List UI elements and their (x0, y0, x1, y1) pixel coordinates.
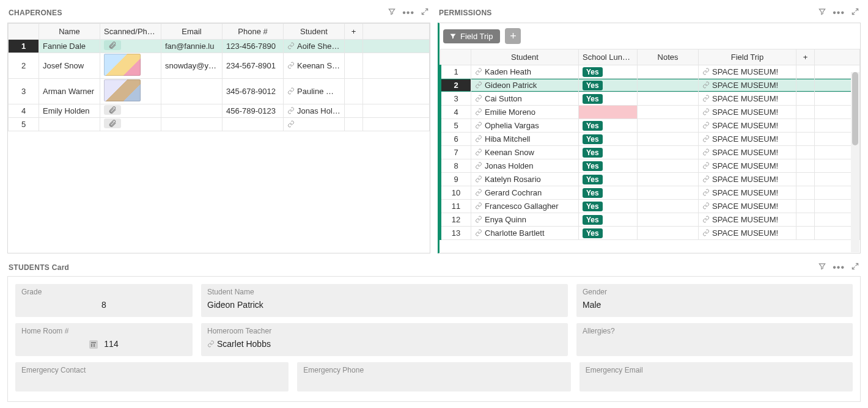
add-filter-button[interactable]: + (505, 28, 521, 44)
expand-icon[interactable] (851, 262, 859, 272)
cell-notes[interactable] (638, 92, 699, 106)
cell-trip[interactable]: SPACE MUSEUM! (699, 79, 796, 92)
cell-name[interactable]: Arman Warner (39, 79, 100, 104)
cell-student[interactable]: Keenan Snow (471, 146, 579, 159)
table-row[interactable]: 11Francesco GallagherYesSPACE MUSEUM! (441, 200, 860, 213)
field-student-name[interactable]: Student Name Gideon Patrick (201, 284, 568, 317)
cell-lunch[interactable] (579, 106, 638, 119)
cell-phone[interactable] (223, 118, 284, 131)
cell-email[interactable] (161, 104, 223, 118)
cell-student[interactable]: Gideon Patrick (471, 79, 579, 92)
cell-notes[interactable] (638, 173, 699, 186)
attachment-icon[interactable] (104, 105, 121, 115)
col-student[interactable]: Student (471, 49, 579, 65)
cell-student[interactable]: Keenan S… (284, 53, 345, 79)
cell-phone[interactable]: 345-678-9012 (223, 79, 284, 104)
table-row[interactable]: 8Jonas HoldenYesSPACE MUSEUM! (441, 159, 860, 173)
field-emergency-email[interactable]: Emergency Email (579, 362, 853, 392)
table-row[interactable]: 3Cai SuttonYesSPACE MUSEUM! (441, 92, 860, 106)
filter-icon[interactable] (388, 7, 396, 18)
cell-photo[interactable] (100, 118, 161, 131)
cell-student[interactable]: Katelyn Rosario (471, 173, 579, 186)
cell-name[interactable]: Josef Snow (39, 53, 100, 79)
cell-photo[interactable] (100, 104, 161, 118)
cell-lunch[interactable]: Yes (579, 186, 638, 200)
cell-lunch[interactable]: Yes (579, 159, 638, 173)
cell-notes[interactable] (638, 133, 699, 146)
cell-notes[interactable] (638, 200, 699, 213)
cell-email[interactable] (161, 79, 223, 104)
table-row[interactable]: 7Keenan SnowYesSPACE MUSEUM! (441, 146, 860, 159)
cell-name[interactable] (39, 118, 100, 131)
field-emergency-phone[interactable]: Emergency Phone (297, 362, 570, 392)
cell-trip[interactable]: SPACE MUSEUM! (699, 173, 796, 186)
cell-photo[interactable] (100, 53, 161, 79)
table-row[interactable]: 6Hiba MitchellYesSPACE MUSEUM! (441, 133, 860, 146)
filter-icon[interactable] (818, 262, 826, 272)
more-icon[interactable]: ••• (833, 263, 845, 272)
col-email[interactable]: Email (161, 24, 223, 40)
table-row[interactable]: 12Enya QuinnYesSPACE MUSEUM! (441, 213, 860, 227)
field-allergies[interactable]: Allergies? (576, 323, 853, 356)
col-phone[interactable]: Phone # (223, 24, 284, 40)
col-photo[interactable]: Scanned/Phot… (100, 24, 161, 40)
cell-student[interactable]: Francesco Gallagher (471, 200, 579, 213)
cell-trip[interactable]: SPACE MUSEUM! (699, 65, 796, 79)
cell-photo[interactable] (100, 40, 161, 53)
table-row[interactable]: 4Emilie MorenoSPACE MUSEUM! (441, 106, 860, 119)
cell-trip[interactable]: SPACE MUSEUM! (699, 186, 796, 200)
cell-notes[interactable] (638, 119, 699, 133)
filter-icon[interactable] (818, 7, 826, 18)
table-row[interactable]: 5 (9, 118, 430, 131)
scrollbar[interactable] (851, 72, 859, 252)
cell-lunch[interactable]: Yes (579, 79, 638, 92)
table-row[interactable]: 10Gerard CochranYesSPACE MUSEUM! (441, 186, 860, 200)
cell-student[interactable]: Cai Sutton (471, 92, 579, 106)
cell-notes[interactable] (638, 213, 699, 227)
cell-phone[interactable]: 123-456-7890 (223, 40, 284, 53)
cell-student[interactable] (284, 118, 345, 131)
attachment-icon[interactable] (104, 40, 121, 50)
cell-trip[interactable]: SPACE MUSEUM! (699, 227, 796, 240)
cell-trip[interactable]: SPACE MUSEUM! (699, 200, 796, 213)
expand-icon[interactable] (421, 7, 429, 18)
cell-student[interactable]: Emilie Moreno (471, 106, 579, 119)
cell-trip[interactable]: SPACE MUSEUM! (699, 146, 796, 159)
cell-photo[interactable] (100, 79, 161, 104)
field-home-room-num[interactable]: Home Room # 114 (15, 323, 193, 356)
cell-notes[interactable] (638, 186, 699, 200)
cell-lunch[interactable]: Yes (579, 133, 638, 146)
cell-student[interactable]: Pauline W… (284, 79, 345, 104)
cell-student[interactable]: Charlotte Bartlett (471, 227, 579, 240)
cell-lunch[interactable]: Yes (579, 173, 638, 186)
cell-lunch[interactable]: Yes (579, 146, 638, 159)
table-row[interactable]: 2Josef Snowsnowday@ya…234-567-8901Keenan… (9, 53, 430, 79)
cell-student[interactable]: Aoife Sher… (284, 40, 345, 53)
field-emergency-contact[interactable]: Emergency Contact (15, 362, 289, 392)
cell-notes[interactable] (638, 79, 699, 92)
cell-trip[interactable]: SPACE MUSEUM! (699, 159, 796, 173)
cell-notes[interactable] (638, 159, 699, 173)
col-trip[interactable]: Field Trip (699, 49, 796, 65)
field-grade[interactable]: Grade 8 (15, 284, 193, 317)
cell-name[interactable]: Emily Holden (39, 104, 100, 118)
col-student[interactable]: Student (284, 24, 345, 40)
cell-trip[interactable]: SPACE MUSEUM! (699, 106, 796, 119)
cell-notes[interactable] (638, 65, 699, 79)
cell-trip[interactable]: SPACE MUSEUM! (699, 213, 796, 227)
cell-notes[interactable] (638, 146, 699, 159)
cell-email[interactable]: fan@fannie.lu (161, 40, 223, 53)
cell-trip[interactable]: SPACE MUSEUM! (699, 119, 796, 133)
table-row[interactable]: 1Kaden HeathYesSPACE MUSEUM! (441, 65, 860, 79)
table-row[interactable]: 9Katelyn RosarioYesSPACE MUSEUM! (441, 173, 860, 186)
cell-student[interactable]: Enya Quinn (471, 213, 579, 227)
cell-trip[interactable]: SPACE MUSEUM! (699, 133, 796, 146)
cell-student[interactable]: Hiba Mitchell (471, 133, 579, 146)
table-row[interactable]: 5Ophelia VargasYesSPACE MUSEUM! (441, 119, 860, 133)
cell-phone[interactable]: 234-567-8901 (223, 53, 284, 79)
cell-student[interactable]: Ophelia Vargas (471, 119, 579, 133)
id-card-thumbnail[interactable] (104, 54, 141, 76)
field-gender[interactable]: Gender Male (576, 284, 853, 317)
permissions-grid[interactable]: Student School Lunch? Notes Field Trip +… (440, 49, 860, 240)
expand-icon[interactable] (851, 7, 859, 18)
